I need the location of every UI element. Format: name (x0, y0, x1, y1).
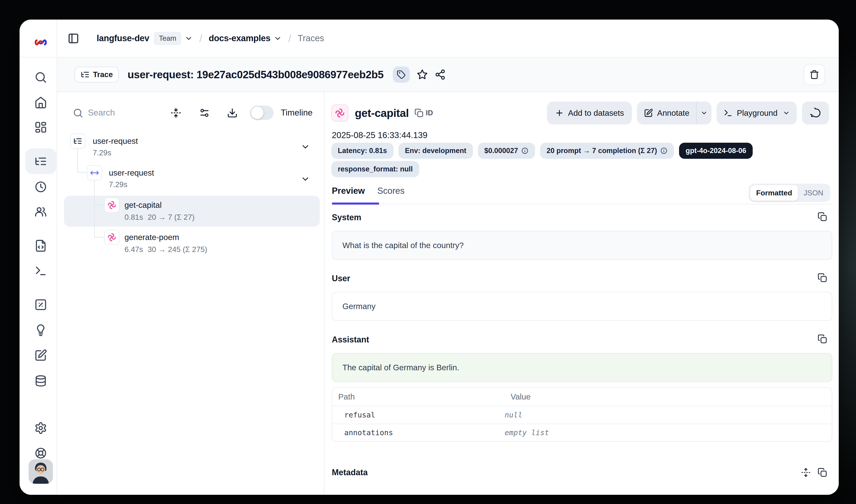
datasets-database-icon[interactable] (34, 374, 47, 387)
delete-trace-button[interactable] (804, 64, 825, 85)
search-icon (73, 108, 83, 118)
tokens-badge[interactable]: 20 prompt → 7 completion (Σ 27) (540, 143, 674, 159)
latency-badge: Latency: 0.81s (331, 143, 393, 159)
value-column-header: Value (511, 392, 531, 401)
user-message-text: Germany (342, 302, 376, 311)
format-json-option[interactable]: JSON (798, 189, 828, 197)
dashboard-icon[interactable] (34, 121, 47, 134)
annotate-dropdown-button[interactable] (697, 102, 712, 125)
chevron-down-icon[interactable] (273, 34, 282, 42)
system-section-label: System (332, 212, 361, 223)
tree-node-label: generate-poem (124, 232, 179, 243)
timeline-toggle[interactable] (250, 106, 273, 120)
breadcrumb-separator: / (199, 32, 202, 44)
breadcrumb-separator: / (288, 32, 291, 44)
format-formatted-option[interactable]: Formatted (750, 185, 798, 201)
breadcrumb-org[interactable]: langfuse-dev (97, 33, 149, 43)
tab-preview[interactable]: Preview (332, 185, 365, 197)
span-node-chip (87, 165, 102, 180)
langfuse-logo-icon (33, 35, 49, 49)
observation-title: get-capital (355, 107, 409, 120)
trace-tree-panel: Search Timeline user-request 7.29s u (57, 92, 324, 495)
comments-button[interactable] (802, 102, 829, 125)
copy-icon[interactable] (818, 212, 827, 222)
table-row: annotations empty list (332, 424, 832, 441)
observation-timestamp: 2025-08-25 16:33:44.139 (332, 130, 428, 141)
evaluation-percent-icon[interactable] (34, 298, 47, 311)
home-icon[interactable] (34, 96, 47, 109)
tree-connector (94, 204, 104, 205)
list-tree-icon (73, 137, 83, 146)
row-path: annotations (332, 428, 505, 437)
tabs-divider (332, 204, 832, 204)
search-nav-icon[interactable] (34, 71, 47, 84)
insights-lightbulb-icon[interactable] (34, 323, 47, 336)
playground-terminal-icon[interactable] (34, 265, 47, 277)
tree-connector (77, 172, 87, 173)
generation-chip (331, 105, 349, 122)
assistant-message-box: The capital of Germany is Berlin. (332, 353, 832, 382)
breadcrumb-page[interactable]: Traces (298, 33, 324, 43)
table-row: refusal null (332, 406, 832, 424)
users-icon[interactable] (34, 205, 47, 218)
view-settings-icon[interactable] (199, 107, 210, 118)
row-value: empty list (505, 428, 549, 437)
search-input[interactable]: Search (88, 107, 115, 118)
playground-label: Playground (737, 108, 778, 118)
expand-icon[interactable] (801, 468, 811, 477)
generation-icon (335, 108, 345, 118)
top-bar: langfuse-dev Team / docs-examples / Trac… (57, 20, 839, 57)
generation-node-chip (104, 230, 120, 245)
breadcrumb-project[interactable]: docs-examples (209, 33, 270, 43)
format-toggle: Formatted JSON (749, 184, 830, 202)
detail-header: get-capital ID Add to datasets Annotate (331, 101, 829, 125)
prompts-icon[interactable] (34, 239, 47, 252)
org-type-badge: Team (154, 32, 181, 45)
copy-icon[interactable] (818, 468, 827, 477)
playground-button[interactable]: Playground (716, 102, 797, 125)
output-table: Path Value refusal null annotations empt… (332, 387, 832, 442)
tab-scores[interactable]: Scores (377, 185, 405, 197)
tree-node-tokens: 30 → 245 (Σ 275) (148, 245, 207, 254)
settings-gear-icon[interactable] (34, 421, 47, 434)
user-avatar[interactable] (29, 460, 53, 484)
info-icon (660, 147, 667, 155)
chevron-down-icon[interactable] (301, 142, 310, 152)
badges-row-1: Latency: 0.81s Env: development $0.00002… (331, 143, 753, 159)
badges-row-2: response_format: null (331, 161, 419, 177)
share-button[interactable] (435, 69, 446, 80)
chevron-down-icon[interactable] (184, 34, 193, 42)
chevron-down-icon[interactable] (301, 174, 310, 184)
support-lifebuoy-icon[interactable] (34, 447, 47, 460)
row-path: refusal (332, 411, 505, 419)
tree-node-duration: 6.47s (124, 245, 143, 254)
tracing-icon[interactable] (34, 155, 47, 168)
copy-id-icon[interactable] (414, 108, 424, 118)
download-icon[interactable] (227, 107, 238, 118)
model-badge[interactable]: gpt-4o-2024-08-06 (679, 143, 753, 159)
cost-badge[interactable]: $0.000027 (478, 143, 535, 159)
annotate-split-button[interactable]: Annotate (637, 102, 712, 125)
add-to-datasets-button[interactable]: Add to datasets (547, 102, 632, 125)
tree-node-label: get-capital (124, 200, 162, 211)
tag-button[interactable] (393, 67, 410, 83)
id-label: ID (426, 109, 433, 117)
annotation-pen-icon[interactable] (34, 349, 47, 362)
row-value: null (505, 411, 522, 419)
sessions-clock-icon[interactable] (34, 180, 47, 193)
user-message-box: Germany (332, 292, 832, 321)
metadata-section-label: Metadata (332, 467, 368, 478)
star-bookmark-button[interactable] (417, 69, 428, 80)
trace-header-bar: Trace user-request: 19e27ac025d543b008e9… (57, 57, 839, 92)
generation-node-chip (104, 197, 120, 213)
sidebar-toggle-icon[interactable] (68, 33, 79, 44)
terminal-icon (724, 108, 733, 118)
copy-icon[interactable] (818, 334, 827, 344)
add-to-datasets-label: Add to datasets (568, 108, 624, 118)
copy-icon[interactable] (818, 273, 827, 283)
generation-icon (107, 233, 117, 242)
sidebar (20, 20, 57, 495)
annotate-label: Annotate (657, 108, 690, 118)
app-window: langfuse-dev Team / docs-examples / Trac… (20, 20, 839, 495)
collapse-all-icon[interactable] (171, 107, 181, 118)
